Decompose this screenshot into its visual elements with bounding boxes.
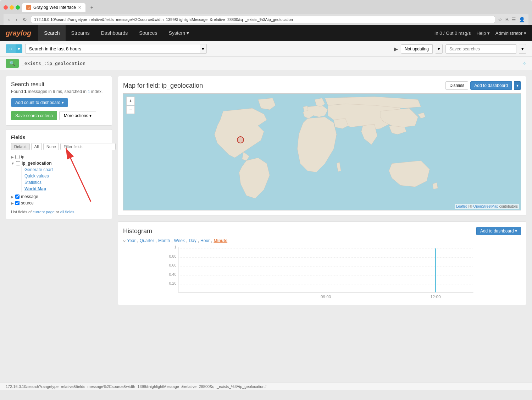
- histogram-chart: 1 0.80 0.60 0.40 0.20 0: [123, 243, 521, 300]
- res-week[interactable]: Week: [174, 238, 185, 243]
- field-filter-default[interactable]: Default: [11, 143, 30, 150]
- dot-yellow[interactable]: [10, 5, 14, 10]
- in-out-stats: In 0 / Out 0 msg/s: [434, 31, 471, 36]
- saved-searches-input[interactable]: [445, 44, 516, 54]
- forward-btn[interactable]: ›: [14, 16, 19, 23]
- field-item-ip: ▶ ip: [11, 154, 107, 160]
- back-btn[interactable]: ‹: [6, 16, 12, 23]
- res-quarter[interactable]: Quarter: [140, 238, 154, 243]
- not-updating-dropdown[interactable]: ▾: [436, 44, 443, 54]
- current-page-link[interactable]: current page: [33, 210, 55, 214]
- nav-dashboards[interactable]: Dashboards: [95, 25, 134, 41]
- generate-chart-link[interactable]: Generate chart: [24, 166, 107, 173]
- map-title: Map for field: ip_geolocation: [123, 82, 203, 89]
- query-text[interactable]: _exists_:ip_geolocation: [22, 61, 520, 66]
- not-updating-btn[interactable]: Not updating: [401, 44, 433, 54]
- user-icon[interactable]: 👤: [518, 16, 526, 23]
- nav-items: Search Streams Dashboards Sources System…: [38, 25, 195, 41]
- field-filter-input[interactable]: [60, 143, 116, 150]
- reload-btn[interactable]: ↻: [21, 16, 29, 23]
- add-count-group: Add count to dashboard ▾: [11, 98, 68, 107]
- statistics-link[interactable]: Statistics: [24, 179, 107, 186]
- dot-green[interactable]: [16, 5, 20, 10]
- quick-values-link[interactable]: Quick values: [24, 173, 107, 179]
- bookmark-icon[interactable]: B: [505, 16, 509, 23]
- search-result-box: Search result Found 1 messages in 9 ms, …: [6, 76, 112, 126]
- svg-text:0.20: 0.20: [169, 281, 177, 285]
- res-year[interactable]: Year: [127, 238, 135, 243]
- svg-text:0.40: 0.40: [169, 272, 177, 276]
- leaflet-link[interactable]: Leaflet: [456, 204, 467, 208]
- message-count: 1: [24, 89, 27, 94]
- fields-box: Fields Default All None ▶ ip ▼ i: [6, 129, 112, 219]
- dot-red[interactable]: [4, 5, 8, 10]
- osm-link[interactable]: OpenStreetMap: [473, 204, 498, 208]
- add-to-dashboard-btn[interactable]: Add to dashboard: [470, 81, 512, 90]
- ip-geo-chevron[interactable]: ▼: [11, 161, 15, 165]
- histogram-header: Histogram Add to dashboard ▾: [123, 227, 521, 235]
- nav-sources[interactable]: Sources: [133, 25, 163, 41]
- new-tab-btn[interactable]: +: [88, 3, 96, 12]
- menu-icon[interactable]: ☰: [511, 16, 517, 23]
- all-fields-link[interactable]: all fields: [60, 210, 74, 214]
- timerange-dropdown[interactable]: ▾: [200, 44, 207, 54]
- admin-menu[interactable]: Administrator ▾: [495, 31, 526, 36]
- histogram-add-dashboard-btn[interactable]: Add to dashboard ▾: [476, 227, 521, 235]
- query-search-btn[interactable]: 🔍: [6, 59, 19, 68]
- source-checkbox[interactable]: [15, 201, 20, 205]
- res-minute[interactable]: Minute: [214, 238, 227, 243]
- message-checkbox[interactable]: [15, 194, 20, 199]
- action-btns-2: Save search criteria More actions ▾: [11, 111, 107, 120]
- message-field-name[interactable]: message: [21, 194, 38, 199]
- field-item-message: ▶ message: [11, 193, 107, 200]
- star-icon[interactable]: ☆: [497, 16, 503, 23]
- dismiss-btn[interactable]: Dismiss: [445, 81, 468, 90]
- add-to-dashboard-dropdown[interactable]: ▾: [514, 81, 521, 90]
- nav-system[interactable]: System ▾: [163, 25, 195, 41]
- res-hour[interactable]: Hour: [200, 238, 210, 243]
- source-field-name[interactable]: source: [21, 201, 34, 206]
- saved-searches-dropdown[interactable]: ▾: [519, 44, 526, 54]
- zoom-out-btn[interactable]: −: [126, 105, 135, 114]
- query-star[interactable]: ✧: [522, 61, 526, 66]
- map-attribution: Leaflet | © OpenStreetMap contributors: [455, 204, 519, 209]
- ip-field-name[interactable]: ip: [21, 154, 24, 159]
- help-menu[interactable]: Help ▾: [476, 31, 489, 36]
- play-btn[interactable]: ▶: [394, 46, 398, 52]
- message-chevron[interactable]: ▶: [11, 195, 14, 199]
- search-area: ○ ▾ ▾ ▶ Not updating ▾ ▾: [0, 41, 532, 57]
- search-type-btn[interactable]: ○: [6, 44, 16, 53]
- nav-search[interactable]: Search: [38, 25, 65, 41]
- tab-close[interactable]: ✕: [78, 5, 81, 10]
- search-type-dropdown[interactable]: ▾: [16, 44, 22, 53]
- source-chevron[interactable]: ▶: [11, 201, 14, 205]
- map-marker: [237, 136, 244, 143]
- field-sub-actions-ip-geo: Generate chart Quick values Statistics W…: [21, 166, 107, 192]
- ip-geo-field-name[interactable]: ip_geolocation: [22, 161, 52, 166]
- field-filter-all[interactable]: All: [31, 143, 42, 150]
- nav-streams[interactable]: Streams: [66, 25, 95, 41]
- map-container[interactable]: + − Leaflet | © OpenStreetMap contributo…: [123, 93, 521, 210]
- app-logo: graylog: [6, 29, 31, 37]
- more-actions-btn[interactable]: More actions ▾: [59, 111, 96, 120]
- world-map-svg: [123, 94, 521, 210]
- sidebar: Search result Found 1 messages in 9 ms, …: [6, 76, 112, 377]
- zoom-in-btn[interactable]: +: [126, 97, 135, 105]
- search-timerange-input[interactable]: [25, 44, 200, 54]
- res-day[interactable]: Day: [189, 238, 196, 243]
- ip-geo-checkbox[interactable]: [16, 161, 20, 165]
- browser-dots: [4, 5, 20, 10]
- address-bar[interactable]: [31, 16, 495, 23]
- ip-chevron[interactable]: ▶: [11, 155, 14, 159]
- index-link[interactable]: 1: [88, 89, 90, 94]
- map-panel: Map for field: ip_geolocation Dismiss Ad…: [118, 76, 526, 216]
- save-search-btn[interactable]: Save search criteria: [11, 111, 57, 120]
- query-bar: 🔍 _exists_:ip_geolocation ✧: [0, 57, 532, 70]
- world-map-link[interactable]: World Map: [24, 186, 107, 192]
- res-month[interactable]: Month: [158, 238, 170, 243]
- add-count-btn[interactable]: Add count to dashboard ▾: [11, 98, 68, 107]
- field-filter-none[interactable]: None: [43, 143, 59, 150]
- ip-checkbox[interactable]: [15, 155, 20, 159]
- main-panel: Map for field: ip_geolocation Dismiss Ad…: [118, 76, 526, 377]
- browser-tab[interactable]: G Graylog Web Interface ✕: [22, 3, 85, 12]
